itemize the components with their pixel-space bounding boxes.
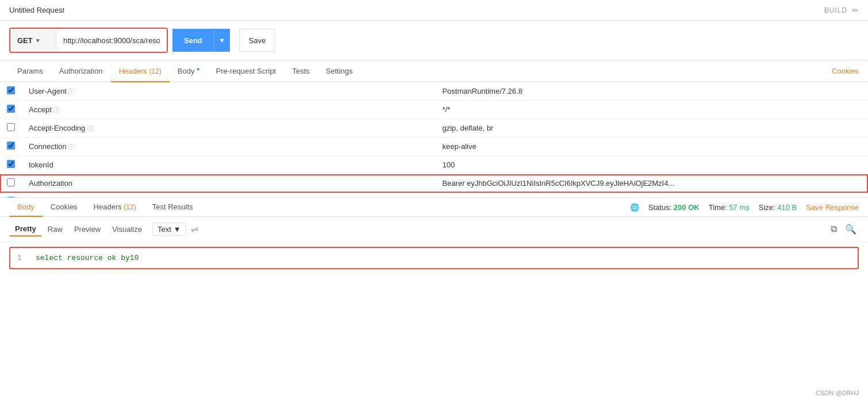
subtab-visualize[interactable]: Visualize — [106, 223, 148, 236]
method-select[interactable]: GET ▼ — [10, 29, 56, 52]
header-value[interactable]: 100 — [435, 156, 817, 174]
resp-tab-headers[interactable]: Headers (12) — [86, 198, 144, 217]
info-icon: ⓘ — [68, 88, 75, 95]
subtab-raw[interactable]: Raw — [42, 223, 68, 236]
response-status-bar: 🌐 Status: 200 OK Time: 57 ms Size: 410 B… — [630, 203, 859, 212]
header-key[interactable]: tokenId — [22, 156, 435, 174]
resp-headers-badge: (12) — [124, 203, 136, 211]
request-title: Untitled Request — [9, 6, 64, 14]
word-wrap-icon[interactable]: ⇌ — [191, 224, 198, 235]
header-desc — [817, 101, 868, 119]
tab-headers[interactable]: Headers (12) — [111, 61, 170, 82]
tab-pre-request[interactable]: Pre-request Script — [208, 61, 284, 82]
tab-body[interactable]: Body ● — [170, 60, 208, 82]
resp-tab-cookies[interactable]: Cookies — [43, 198, 86, 217]
copy-icon[interactable]: ⧉ — [828, 221, 839, 237]
header-desc — [817, 174, 868, 193]
title-bar-right: BUILD ✏ — [824, 6, 859, 15]
table-row: Authorization Bearer eyJhbGciOiJIUzI1NiI… — [0, 174, 868, 193]
header-value[interactable]: PostmanRuntime/7.26.8 — [435, 82, 817, 101]
globe-icon: 🌐 — [630, 203, 639, 212]
header-checkbox[interactable] — [7, 105, 15, 113]
table-row: Accept ⓘ */* — [0, 101, 868, 119]
status-label: Status: 200 OK — [648, 203, 700, 212]
url-input[interactable] — [56, 29, 167, 52]
request-tabs-bar: Params Authorization Headers (12) Body ●… — [0, 60, 868, 82]
size-value: 410 B — [777, 203, 797, 212]
method-chevron-icon: ▼ — [35, 37, 41, 44]
text-chevron-icon: ▼ — [174, 225, 181, 234]
send-btn-group: Send ▼ — [172, 29, 230, 52]
subtab-pretty[interactable]: Pretty — [9, 222, 42, 236]
title-bar: Untitled Request BUILD ✏ — [0, 0, 868, 21]
table-row: Accept-Encoding ⓘ gzip, deflate, br — [0, 119, 868, 138]
header-value[interactable]: keep-alive — [435, 138, 817, 156]
build-label: BUILD — [824, 6, 847, 14]
body-subtabs: Pretty Raw Preview Visualize Text ▼ ⇌ ⧉ … — [0, 217, 868, 242]
method-label: GET — [17, 36, 33, 45]
title-bar-left: Untitled Request — [9, 6, 64, 14]
info-icon: ⓘ — [68, 143, 75, 150]
save-response-button[interactable]: Save Response — [806, 203, 859, 212]
response-tabs-bar: Body Cookies Headers (12) Test Results 🌐… — [0, 198, 868, 217]
header-checkbox[interactable] — [7, 86, 15, 94]
tab-settings[interactable]: Settings — [318, 61, 361, 82]
header-desc — [817, 156, 868, 174]
header-key[interactable]: Accept ⓘ — [22, 101, 435, 119]
header-key[interactable]: Authorization — [22, 174, 435, 193]
header-checkbox[interactable] — [7, 142, 15, 150]
header-key[interactable]: Content-Type — [22, 193, 435, 198]
tab-authorization[interactable]: Authorization — [51, 61, 111, 82]
url-bar-container: GET ▼ Send ▼ Save — [0, 21, 868, 60]
resp-tab-test-results[interactable]: Test Results — [144, 198, 201, 217]
headers-badge: (12) — [149, 67, 161, 75]
tab-params[interactable]: Params — [9, 61, 51, 82]
header-checkbox[interactable] — [7, 123, 15, 131]
header-value[interactable]: Bearer eyJhbGciOiJIUzI1NiIsInR5cCI6IkpXV… — [435, 174, 817, 193]
header-checkbox[interactable] — [7, 178, 15, 186]
time-label: Time: 57 ms — [709, 203, 750, 212]
search-icon[interactable]: 🔍 — [843, 221, 859, 237]
table-row: tokenId 100 — [0, 156, 868, 174]
table-row: User-Agent ⓘ PostmanRuntime/7.26.8 — [0, 82, 868, 101]
header-desc — [817, 138, 868, 156]
text-format-label: Text — [158, 225, 171, 234]
body-dot: ● — [197, 66, 199, 72]
subtab-preview[interactable]: Preview — [68, 223, 106, 236]
cookies-link[interactable]: Cookies — [832, 67, 859, 75]
size-label: Size: 410 B — [759, 203, 797, 212]
url-bar: GET ▼ — [9, 28, 168, 53]
headers-table: User-Agent ⓘ PostmanRuntime/7.26.8 Accep… — [0, 82, 868, 197]
header-desc — [817, 119, 868, 138]
response-section: Body Cookies Headers (12) Test Results 🌐… — [0, 197, 868, 269]
header-key[interactable]: Accept-Encoding ⓘ — [22, 119, 435, 138]
time-value: 57 ms — [729, 203, 749, 212]
header-desc — [817, 193, 868, 198]
info-icon: ⓘ — [53, 106, 60, 113]
header-desc — [817, 82, 868, 101]
header-value[interactable]: multipart/form-data — [435, 193, 817, 198]
line-number: 1 — [17, 254, 29, 262]
header-checkbox[interactable] — [7, 197, 15, 197]
header-key[interactable]: Connection ⓘ — [22, 138, 435, 156]
header-value[interactable]: */* — [435, 101, 817, 119]
response-code-body: 1 select resource ok by10 — [9, 247, 859, 269]
header-value[interactable]: gzip, deflate, br — [435, 119, 817, 138]
resp-tab-body[interactable]: Body — [9, 198, 43, 217]
table-row: Connection ⓘ keep-alive — [0, 138, 868, 156]
text-format-dropdown[interactable]: Text ▼ — [152, 223, 186, 236]
headers-section: User-Agent ⓘ PostmanRuntime/7.26.8 Accep… — [0, 82, 868, 197]
edit-icon[interactable]: ✏ — [852, 6, 859, 15]
info-icon: ⓘ — [87, 125, 94, 132]
tab-tests[interactable]: Tests — [284, 61, 317, 82]
header-checkbox[interactable] — [7, 160, 15, 168]
save-button[interactable]: Save — [239, 29, 276, 52]
send-button[interactable]: Send — [172, 29, 214, 52]
status-value: 200 OK — [674, 203, 700, 212]
header-key[interactable]: User-Agent ⓘ — [22, 82, 435, 101]
response-code-text: select resource ok by10 — [36, 254, 139, 262]
send-dropdown-button[interactable]: ▼ — [214, 29, 230, 52]
table-row: Content-Type multipart/form-data — [0, 193, 868, 198]
